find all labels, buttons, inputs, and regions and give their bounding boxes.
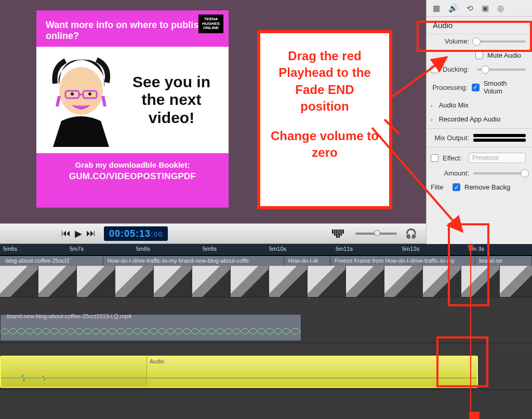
mix-output-meter xyxy=(473,134,526,142)
annotation-box-playhead xyxy=(448,223,489,306)
callout-line2: Change volume to zero xyxy=(270,128,380,161)
brand-badge: TEENA HUGHES ONLINE xyxy=(198,15,223,33)
ruler-tick: 5m12s xyxy=(402,246,419,252)
video-thumbnail xyxy=(154,266,192,297)
canvas-mid-text: See you in the next video! xyxy=(123,73,220,127)
svg-point-5 xyxy=(88,92,91,96)
forward-button[interactable]: ⏭ xyxy=(86,228,96,239)
video-preview: Want more info on where to publish onlin… xyxy=(0,0,426,223)
ruler-tick: 5m6s xyxy=(3,246,17,252)
audio2-clip[interactable]: Audio xyxy=(0,356,478,388)
audio-mix-label: Audio Mix xyxy=(439,101,469,109)
effect-label: Effect: xyxy=(443,154,464,162)
video-thumbnail xyxy=(384,266,423,297)
filter-label: Filte xyxy=(431,183,448,191)
remove-background-label: Remove Backg xyxy=(464,183,510,191)
video-thumbnail xyxy=(192,266,231,297)
canvas-top-text: Want more info on where to publish onlin… xyxy=(46,20,204,41)
playback-bar: ⏮ ▶ ⏭ 00:05:13:00 🎧 xyxy=(0,223,426,244)
play-button[interactable]: ▶ xyxy=(75,228,82,239)
video-thumbnail xyxy=(38,266,77,297)
audio-tab-icon[interactable]: 🔊 xyxy=(448,4,458,13)
chevron-right-icon: › xyxy=(431,116,433,123)
audio-mix-disclosure[interactable]: › Audio Mix xyxy=(427,98,532,112)
pointer-tab-icon[interactable]: ◎ xyxy=(497,4,504,13)
remove-background-checkbox[interactable]: ✓ xyxy=(453,183,460,191)
canvas-bottom: Grab my downloadble Booklet: GUM.CO/VIDE… xyxy=(36,153,229,189)
video-clip-label[interactable]: How-do-I-drive-traffic-to-my-brand-new-b… xyxy=(103,256,284,266)
chevron-right-icon: › xyxy=(431,102,433,109)
avatar xyxy=(45,53,117,147)
smooth-volume-checkbox[interactable]: ✓ xyxy=(472,84,480,91)
annotation-callout: Drag the red Playhead to the Fade END po… xyxy=(257,30,392,209)
video-clip-label[interactable]: How-do-I-dr xyxy=(284,256,331,266)
audio1-clip-label: -brand-new-blog-about-coffee-25oct2019-L… xyxy=(2,311,135,321)
annotation-box-volume xyxy=(417,21,532,52)
smooth-volume-label: Smooth Volum xyxy=(484,79,526,95)
video-tab-icon[interactable]: ▦ xyxy=(433,4,440,13)
video-thumbnail xyxy=(77,266,115,297)
canvas-card: Want more info on where to publish onlin… xyxy=(36,10,229,208)
video-thumbnail xyxy=(269,266,308,297)
inspector-tabs[interactable]: ▦ 🔊 ⟲ ▣ ◎ xyxy=(427,0,532,17)
recorded-audio-label: Recorded App Audio xyxy=(439,115,501,123)
video-thumbnail xyxy=(0,266,38,297)
annotation-box-audioclip xyxy=(436,336,488,387)
playhead-marker-icon xyxy=(469,412,480,419)
amount-label: Amount: xyxy=(431,169,469,177)
timecode-frames: :00 xyxy=(151,230,163,238)
effect-select[interactable]: Presence xyxy=(469,153,526,163)
mix-output-label: Mix Output: xyxy=(431,134,469,142)
canvas-top: Want more info on where to publish onlin… xyxy=(36,10,229,47)
ruler-tick: 5m7s xyxy=(70,246,84,252)
ruler-tick: 5m9s xyxy=(203,246,217,252)
video-thumbnail xyxy=(500,266,532,297)
timecode-main: 00:05:13 xyxy=(109,228,151,239)
canvas-bottom-line2: GUM.CO/VIDEOPOSTINGPDF xyxy=(42,171,223,182)
audio2-segment-label: Audio xyxy=(150,358,164,364)
canvas-mid: See you in the next video! xyxy=(36,47,229,153)
crop-tab-icon[interactable]: ▣ xyxy=(482,4,489,13)
canvas-bottom-line1: Grab my downloadble Booklet: xyxy=(42,160,223,169)
video-thumbnail xyxy=(346,266,384,297)
ruler-tick: 5m10s xyxy=(269,246,286,252)
video-clip-label[interactable]: -blog-about-coffee-25oct2 xyxy=(0,256,103,266)
output-volume-slider[interactable] xyxy=(355,233,397,235)
processing-label: Processing: xyxy=(431,84,468,91)
callout-line1: Drag the red Playhead to the Fade END po… xyxy=(270,48,380,115)
ducking-slider[interactable] xyxy=(477,69,526,71)
amount-slider[interactable] xyxy=(473,172,526,174)
effect-checkbox[interactable] xyxy=(431,154,438,162)
headphones-icon[interactable]: 🎧 xyxy=(405,228,417,239)
badge-line: ONLINE xyxy=(203,26,219,31)
recorded-audio-disclosure[interactable]: › Recorded App Audio xyxy=(427,112,532,126)
mute-audio-checkbox[interactable] xyxy=(475,51,483,59)
mute-audio-label: Mute Audio xyxy=(487,51,521,59)
ducking-label: Ducking: xyxy=(443,65,473,73)
ruler-tick: 5m8s xyxy=(136,246,150,252)
video-thumbnail xyxy=(231,266,269,297)
ruler-tick: 5m11s xyxy=(336,246,353,252)
output-meter-icon xyxy=(332,229,344,238)
timecode-display: 00:05:13:00 xyxy=(104,226,168,241)
timing-tab-icon[interactable]: ⟲ xyxy=(467,4,473,13)
ducking-checkbox[interactable] xyxy=(431,65,438,73)
svg-point-4 xyxy=(71,92,74,96)
video-thumbnail xyxy=(115,266,154,297)
rewind-button[interactable]: ⏮ xyxy=(61,228,71,239)
video-thumbnail xyxy=(308,266,346,297)
